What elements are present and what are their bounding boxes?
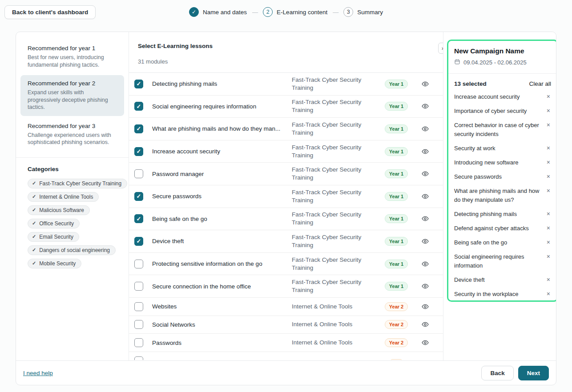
remove-item-icon[interactable]: ×	[546, 187, 551, 195]
lesson-name: Detecting phishing mails	[152, 80, 292, 87]
lesson-checkbox[interactable]	[134, 260, 143, 268]
lesson-checkbox[interactable]: ✓	[134, 124, 143, 133]
selected-item: Importance of cyber security ×	[454, 107, 551, 116]
campaign-name: New Campaign Name	[454, 47, 551, 55]
recommendation-item[interactable]: Recommended for year 2 Expand user skill…	[20, 75, 124, 116]
selected-item: Detecting phishing mails ×	[454, 210, 551, 219]
lesson-checkbox[interactable]: ✓	[134, 80, 143, 88]
lesson-checkbox[interactable]: ✓	[134, 192, 143, 201]
year-badge	[391, 359, 402, 360]
recommendation-item[interactable]: Recommended for year 1 Best for new user…	[20, 40, 124, 73]
remove-item-icon[interactable]: ×	[546, 252, 551, 260]
stepper-step[interactable]: 2 E-Learning content	[263, 7, 327, 17]
lesson-category: Internet & Online Tools	[292, 303, 379, 311]
selected-item: Defend against cyber attacks ×	[454, 224, 551, 233]
lesson-row: Protecting sensitive information on the …	[129, 253, 443, 276]
lesson-row: ✓ Secure passwords Fast-Track Cyber Secu…	[129, 185, 443, 208]
category-pill[interactable]: ✓ Mobile Security	[28, 259, 81, 268]
check-icon: ✓	[32, 247, 36, 253]
preview-eye-icon[interactable]	[414, 80, 437, 88]
preview-eye-icon[interactable]	[414, 148, 437, 155]
lesson-checkbox[interactable]: ✓	[134, 237, 143, 246]
lesson-checkbox[interactable]	[134, 356, 143, 360]
lesson-row: ✓ Detecting phishing mails Fast-Track Cy…	[129, 73, 443, 96]
preview-eye-icon[interactable]	[414, 215, 437, 222]
category-pill[interactable]: ✓ Office Security	[28, 219, 80, 228]
preview-eye-icon[interactable]	[414, 303, 437, 310]
remove-item-icon[interactable]: ×	[546, 238, 551, 246]
selected-item: Security in the workplace ×	[454, 290, 551, 299]
lesson-checkbox[interactable]	[134, 169, 143, 178]
stepper-step[interactable]: 3 Summary	[343, 7, 383, 17]
selected-item: Secure passwords ×	[454, 172, 551, 181]
year-badge: Year 1	[385, 102, 408, 111]
selected-item-label: Increase account security	[454, 92, 541, 101]
lesson-checkbox[interactable]: ✓	[134, 102, 143, 111]
lesson-category: Fast-Track Cyber Security Training	[292, 188, 379, 204]
step-separator: —	[252, 9, 258, 16]
next-button[interactable]: Next	[518, 366, 549, 380]
recommendation-description: Challenge experienced users with sophist…	[28, 132, 117, 146]
step-circle: ✓	[189, 7, 199, 17]
panel-divider	[448, 73, 556, 74]
lesson-checkbox[interactable]: ✓	[134, 214, 143, 223]
preview-eye-icon[interactable]	[414, 170, 437, 177]
year-badge: Year 1	[385, 124, 408, 133]
lesson-name: Websites	[152, 303, 292, 310]
remove-item-icon[interactable]: ×	[546, 290, 551, 298]
lesson-row: Websites Internet & Online Tools Year 2	[129, 298, 443, 316]
back-button[interactable]: Back	[481, 366, 513, 380]
category-pill[interactable]: ✓ Fast-Track Cyber Security Training	[28, 179, 127, 188]
preview-eye-icon[interactable]	[414, 283, 437, 290]
remove-item-icon[interactable]: ×	[546, 92, 551, 100]
recommendation-item[interactable]: Recommended for year 3 Challenge experie…	[20, 118, 124, 151]
remove-item-icon[interactable]: ×	[546, 144, 551, 152]
remove-item-icon[interactable]: ×	[546, 172, 551, 180]
preview-eye-icon[interactable]	[414, 103, 437, 110]
lesson-row: ✓ Social engineering requires informatio…	[129, 96, 443, 118]
selected-item-label: Security in the workplace	[454, 290, 541, 299]
preview-eye-icon[interactable]	[414, 260, 437, 268]
lesson-checkbox[interactable]	[134, 302, 143, 311]
lessons-header: Select E-Learning lessons 31 modules	[129, 32, 443, 73]
categories-title: Categories	[28, 166, 121, 172]
lesson-category: Fast-Track Cyber Security Training	[292, 166, 379, 182]
preview-eye-icon[interactable]	[414, 321, 437, 328]
back-to-dashboard-button[interactable]: Back to client's dashboard	[4, 5, 96, 19]
lesson-row	[129, 352, 443, 360]
category-label: Malicious Software	[39, 207, 84, 213]
help-link[interactable]: I need help	[23, 370, 53, 376]
preview-eye-icon[interactable]	[414, 193, 437, 200]
lesson-category: Fast-Track Cyber Security Training	[292, 278, 379, 294]
year-badge: Year 1	[385, 282, 408, 291]
remove-item-icon[interactable]: ×	[546, 276, 551, 284]
category-pill[interactable]: ✓ Email Security	[28, 232, 79, 242]
remove-item-icon[interactable]: ×	[546, 158, 551, 166]
preview-eye-icon[interactable]	[414, 125, 437, 132]
lesson-checkbox[interactable]	[134, 282, 143, 291]
category-pill[interactable]: ✓ Malicious Software	[28, 205, 90, 215]
selected-item-label: Device theft	[454, 276, 541, 284]
lessons-panel: Select E-Learning lessons 31 modules ✓ D…	[129, 32, 443, 360]
year-badge-cell: Year 1	[379, 282, 414, 291]
category-pill[interactable]: ✓ Dangers of social engineering	[28, 245, 116, 255]
stepper-step[interactable]: ✓ Name and dates	[189, 7, 247, 17]
category-label: Internet & Online Tools	[39, 194, 93, 200]
clear-all-button[interactable]: Clear all	[529, 80, 551, 87]
category-pill[interactable]: ✓ Internet & Online Tools	[28, 192, 99, 202]
lesson-name: What are phishing mails and how do they …	[152, 125, 292, 132]
collapse-panel-button[interactable]: ›	[438, 43, 443, 54]
remove-item-icon[interactable]: ×	[546, 121, 551, 129]
year-badge: Year 2	[385, 338, 408, 347]
preview-eye-icon[interactable]	[414, 238, 437, 245]
preview-eye-icon[interactable]	[414, 339, 437, 346]
remove-item-icon[interactable]: ×	[546, 210, 551, 218]
category-label: Dangers of social engineering	[39, 247, 110, 253]
lesson-category: Fast-Track Cyber Security Training	[292, 256, 379, 272]
remove-item-icon[interactable]: ×	[546, 224, 551, 232]
remove-item-icon[interactable]: ×	[546, 107, 551, 115]
lesson-checkbox[interactable]	[134, 320, 143, 329]
lesson-checkbox[interactable]	[134, 338, 143, 347]
lesson-checkbox[interactable]: ✓	[134, 147, 143, 156]
lesson-name: Increase account security	[152, 148, 292, 155]
